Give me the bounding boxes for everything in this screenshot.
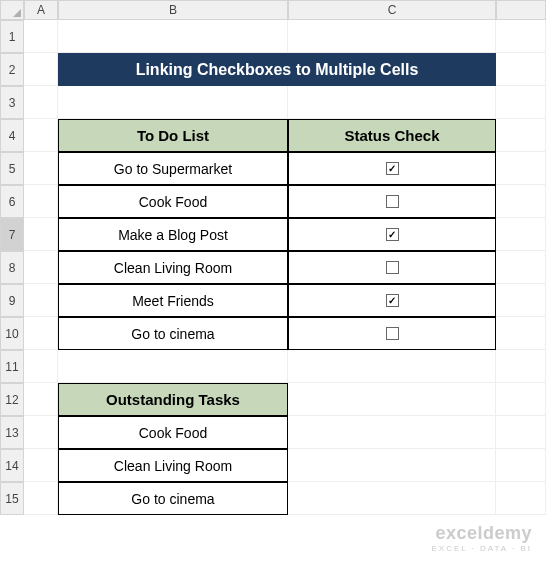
cell-c1[interactable] (288, 20, 496, 53)
task-status-5[interactable] (288, 317, 496, 350)
row-header-1[interactable]: 1 (0, 20, 24, 53)
task-label-0[interactable]: Go to Supermarket (58, 152, 288, 185)
cell-c15[interactable] (288, 482, 496, 515)
watermark-tag: EXCEL · DATA · BI (431, 544, 532, 553)
header-outstanding[interactable]: Outstanding Tasks (58, 383, 288, 416)
task-label-4[interactable]: Meet Friends (58, 284, 288, 317)
spreadsheet-grid: A B C 1 2 Linking Checkboxes to Multiple… (0, 0, 547, 515)
cell-d7[interactable] (496, 218, 546, 251)
cell-b1[interactable] (58, 20, 288, 53)
row-header-7[interactable]: 7 (0, 218, 24, 251)
cell-a6[interactable] (24, 185, 58, 218)
cell-a14[interactable] (24, 449, 58, 482)
cell-a2[interactable] (24, 53, 58, 86)
row-header-6[interactable]: 6 (0, 185, 24, 218)
task-status-0[interactable] (288, 152, 496, 185)
cell-a5[interactable] (24, 152, 58, 185)
row-header-11[interactable]: 11 (0, 350, 24, 383)
outstanding-0[interactable]: Cook Food (58, 416, 288, 449)
cell-c14[interactable] (288, 449, 496, 482)
row-header-13[interactable]: 13 (0, 416, 24, 449)
cell-d14[interactable] (496, 449, 546, 482)
task-label-1[interactable]: Cook Food (58, 185, 288, 218)
col-header-c[interactable]: C (288, 0, 496, 20)
cell-a11[interactable] (24, 350, 58, 383)
cell-c13[interactable] (288, 416, 496, 449)
cell-d10[interactable] (496, 317, 546, 350)
select-all-corner[interactable] (0, 0, 24, 20)
cell-d8[interactable] (496, 251, 546, 284)
row-header-14[interactable]: 14 (0, 449, 24, 482)
cell-c12[interactable] (288, 383, 496, 416)
checkbox-4[interactable] (386, 294, 399, 307)
cell-d11[interactable] (496, 350, 546, 383)
title-cell[interactable]: Linking Checkboxes to Multiple Cells (58, 53, 496, 86)
cell-a15[interactable] (24, 482, 58, 515)
cell-a3[interactable] (24, 86, 58, 119)
row-header-9[interactable]: 9 (0, 284, 24, 317)
outstanding-1[interactable]: Clean Living Room (58, 449, 288, 482)
cell-d15[interactable] (496, 482, 546, 515)
col-header-blank[interactable] (496, 0, 546, 20)
cell-d9[interactable] (496, 284, 546, 317)
cell-d5[interactable] (496, 152, 546, 185)
cell-d1[interactable] (496, 20, 546, 53)
cell-a13[interactable] (24, 416, 58, 449)
cell-a4[interactable] (24, 119, 58, 152)
cell-d3[interactable] (496, 86, 546, 119)
cell-c11[interactable] (288, 350, 496, 383)
row-header-4[interactable]: 4 (0, 119, 24, 152)
task-label-5[interactable]: Go to cinema (58, 317, 288, 350)
checkbox-2[interactable] (386, 228, 399, 241)
cell-b11[interactable] (58, 350, 288, 383)
checkbox-0[interactable] (386, 162, 399, 175)
cell-d2[interactable] (496, 53, 546, 86)
cell-a10[interactable] (24, 317, 58, 350)
cell-c3[interactable] (288, 86, 496, 119)
cell-a8[interactable] (24, 251, 58, 284)
watermark-brand: exceldemy (431, 523, 532, 544)
header-status[interactable]: Status Check (288, 119, 496, 152)
checkbox-3[interactable] (386, 261, 399, 274)
row-header-5[interactable]: 5 (0, 152, 24, 185)
task-status-1[interactable] (288, 185, 496, 218)
cell-a12[interactable] (24, 383, 58, 416)
watermark: exceldemy EXCEL · DATA · BI (431, 523, 532, 553)
col-header-a[interactable]: A (24, 0, 58, 20)
outstanding-2[interactable]: Go to cinema (58, 482, 288, 515)
task-label-3[interactable]: Clean Living Room (58, 251, 288, 284)
cell-d12[interactable] (496, 383, 546, 416)
task-status-4[interactable] (288, 284, 496, 317)
cell-d4[interactable] (496, 119, 546, 152)
row-header-2[interactable]: 2 (0, 53, 24, 86)
row-header-12[interactable]: 12 (0, 383, 24, 416)
col-header-b[interactable]: B (58, 0, 288, 20)
cell-b3[interactable] (58, 86, 288, 119)
row-header-10[interactable]: 10 (0, 317, 24, 350)
task-status-3[interactable] (288, 251, 496, 284)
row-header-3[interactable]: 3 (0, 86, 24, 119)
task-status-2[interactable] (288, 218, 496, 251)
cell-a1[interactable] (24, 20, 58, 53)
row-header-15[interactable]: 15 (0, 482, 24, 515)
cell-a9[interactable] (24, 284, 58, 317)
header-todo[interactable]: To Do List (58, 119, 288, 152)
cell-d6[interactable] (496, 185, 546, 218)
checkbox-5[interactable] (386, 327, 399, 340)
task-label-2[interactable]: Make a Blog Post (58, 218, 288, 251)
row-header-8[interactable]: 8 (0, 251, 24, 284)
cell-a7[interactable] (24, 218, 58, 251)
cell-d13[interactable] (496, 416, 546, 449)
checkbox-1[interactable] (386, 195, 399, 208)
